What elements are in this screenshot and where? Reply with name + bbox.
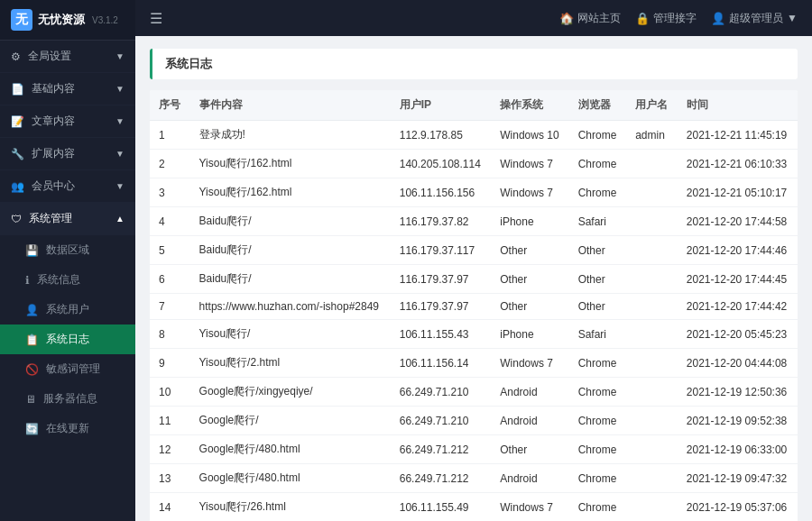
cell-3: Android <box>491 378 568 407</box>
sidebar-sub-system-info[interactable]: ℹ 系统信息 <box>0 265 135 295</box>
log-table: 序号 事件内容 用户IP 操作系统 浏览器 用户名 时间 1登录成功!112.9… <box>150 90 798 521</box>
log-table-wrap: 序号 事件内容 用户IP 操作系统 浏览器 用户名 时间 1登录成功!112.9… <box>150 90 798 521</box>
table-row: 13Google爬行/480.html66.249.71.212AndroidC… <box>150 464 798 493</box>
cell-0: 1 <box>150 121 190 150</box>
cell-1: https://www.huzhan.com/-ishop#2849 <box>190 294 391 320</box>
table-row: 6Baidu爬行/116.179.37.97OtherOther2021-12-… <box>150 265 798 294</box>
server-icon: 🖥 <box>25 393 36 406</box>
sidebar-sub-system-user[interactable]: 👤 系统用户 <box>0 295 135 324</box>
sidebar-sub-data-area[interactable]: 💾 数据区域 <box>0 235 135 265</box>
cell-1: Baidu爬行/ <box>190 265 391 294</box>
user-link-label: 超级管理员 <box>729 11 783 26</box>
cell-5 <box>626 236 678 265</box>
cell-3: Other <box>491 435 568 464</box>
cell-0: 9 <box>150 349 190 378</box>
cell-4: Other <box>569 236 626 265</box>
cell-1: Yisou爬行/26.html <box>190 493 391 522</box>
cell-4: Chrome <box>569 378 626 407</box>
cell-6: 2021-12-20 17:44:46 <box>678 236 798 265</box>
cell-6: 2021-12-20 17:44:58 <box>678 207 798 236</box>
table-row: 12Google爬行/480.html66.249.71.212OtherChr… <box>150 435 798 464</box>
cell-6: 2021-12-21 05:10:17 <box>678 178 798 207</box>
home-link[interactable]: 🏠 网站主页 <box>559 11 621 26</box>
cell-1: Yisou爬行/ <box>190 320 391 349</box>
cell-3: iPhone <box>491 207 568 236</box>
admin-link[interactable]: 🔒 管理接字 <box>635 11 697 26</box>
sidebar-item-label: 会员中心 <box>32 178 75 194</box>
cell-6: 2021-12-21 11:45:19 <box>678 121 798 150</box>
sidebar-item-label: 全局设置 <box>28 49 71 64</box>
cell-2: 116.179.37.97 <box>391 294 491 320</box>
sidebar-item-label: 系统管理 <box>29 211 72 226</box>
table-row: 5Baidu爬行/116.179.37.117OtherOther2021-12… <box>150 236 798 265</box>
sidebar-sub-update[interactable]: 🔄 在线更新 <box>0 414 135 443</box>
home-icon: 🏠 <box>559 12 574 25</box>
cell-4: Chrome <box>569 464 626 493</box>
data-icon: 💾 <box>25 244 39 257</box>
cell-0: 6 <box>150 265 190 294</box>
cell-5 <box>626 464 678 493</box>
cell-4: Chrome <box>569 121 626 150</box>
arrow-icon: ▼ <box>115 51 125 61</box>
col-event: 事件内容 <box>190 90 391 121</box>
arrow-icon: ▼ <box>115 149 125 159</box>
user-link[interactable]: 👤 超级管理员 ▼ <box>711 11 798 26</box>
cell-5 <box>626 178 678 207</box>
user-icon: 👤 <box>711 12 725 25</box>
article-icon: 📝 <box>11 115 24 128</box>
update-icon: 🔄 <box>25 423 39 435</box>
cell-4: Chrome <box>569 349 626 378</box>
sidebar-sub-label: 数据区域 <box>46 242 89 258</box>
cell-0: 14 <box>150 493 190 522</box>
arrow-icon: ▼ <box>115 116 125 126</box>
cell-2: 106.11.156.156 <box>391 178 491 207</box>
cell-6: 2021-12-19 12:50:36 <box>678 378 798 407</box>
logo-icon: 无 <box>11 9 32 31</box>
cell-1: Baidu爬行/ <box>190 207 391 236</box>
cell-5 <box>626 294 678 320</box>
arrow-icon: ▼ <box>115 84 125 94</box>
sidebar-item-extend[interactable]: 🔧 扩展内容 ▼ <box>0 138 135 170</box>
cell-1: 登录成功! <box>190 121 391 150</box>
sidebar-item-member[interactable]: 👥 会员中心 ▼ <box>0 170 135 203</box>
user-icon: 👤 <box>25 304 39 316</box>
cell-3: Windows 7 <box>491 178 568 207</box>
sidebar-sub-label: 系统信息 <box>37 272 80 288</box>
table-row: 2Yisou爬行/162.html140.205.108.114Windows … <box>150 150 798 178</box>
info-icon: ℹ <box>25 274 30 287</box>
sidebar-item-basic[interactable]: 📄 基础内容 ▼ <box>0 73 135 105</box>
cell-5 <box>626 407 678 435</box>
cell-3: iPhone <box>491 320 568 349</box>
cell-0: 13 <box>150 464 190 493</box>
admin-link-label: 管理接字 <box>653 11 697 26</box>
cell-1: Yisou爬行/2.html <box>190 349 391 378</box>
cell-5 <box>626 265 678 294</box>
table-row: 1登录成功!112.9.178.85Windows 10Chromeadmin2… <box>150 121 798 150</box>
sidebar-item-article[interactable]: 📝 文章内容 ▼ <box>0 105 135 138</box>
topbar: ☰ 🏠 网站主页 🔒 管理接字 👤 超级管理员 ▼ <box>135 0 812 36</box>
menu-toggle-button[interactable]: ☰ <box>150 10 162 27</box>
sidebar: 无 无忧资源 V3.1.2 ⚙ 全局设置 ▼ 📄 基础内容 ▼ 📝 文章内容 ▼… <box>0 0 135 521</box>
table-row: 11Google爬行/66.249.71.210AndroidChrome202… <box>150 407 798 435</box>
sidebar-sub-label: 系统用户 <box>46 302 89 317</box>
sidebar-item-label: 基础内容 <box>32 81 75 96</box>
table-row: 14Yisou爬行/26.html106.11.155.49Windows 7C… <box>150 493 798 522</box>
cell-1: Google爬行/480.html <box>190 464 391 493</box>
sidebar-sub-sensitive[interactable]: 🚫 敏感词管理 <box>0 354 135 384</box>
cell-6: 2021-12-20 17:44:42 <box>678 294 798 320</box>
arrow-icon: ▼ <box>115 181 125 191</box>
cell-0: 7 <box>150 294 190 320</box>
cell-4: Other <box>569 265 626 294</box>
col-id: 序号 <box>150 90 190 121</box>
cell-3: Other <box>491 265 568 294</box>
sidebar-sub-server[interactable]: 🖥 服务器信息 <box>0 384 135 414</box>
sensitive-icon: 🚫 <box>25 363 39 376</box>
cell-4: Chrome <box>569 407 626 435</box>
system-icon: 🛡 <box>11 213 22 225</box>
sidebar-sub-system-log[interactable]: 📋 系统日志 <box>0 324 135 354</box>
cell-3: Windows 7 <box>491 150 568 178</box>
log-icon: 📋 <box>25 334 39 346</box>
main-area: ☰ 🏠 网站主页 🔒 管理接字 👤 超级管理员 ▼ 系统日志 <box>135 0 812 521</box>
sidebar-item-system[interactable]: 🛡 系统管理 ▲ <box>0 203 135 235</box>
sidebar-item-global[interactable]: ⚙ 全局设置 ▼ <box>0 41 135 73</box>
